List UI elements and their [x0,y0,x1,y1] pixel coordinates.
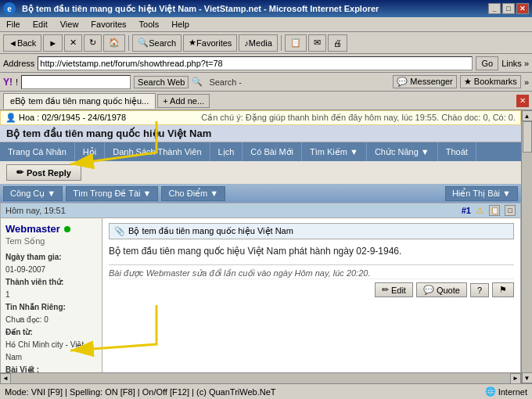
address-bar: Address Go Links » [0,54,532,73]
status-mode: Mode: VNI [F9] | Spelling: ON [F8] | On/… [5,387,479,397]
toolbar-tim-trong[interactable]: Tìm Trong Đề Tài ▼ [66,186,158,201]
tab-close-icon[interactable]: ✕ [516,95,529,107]
scroll-thumb[interactable] [523,121,532,153]
content-area: 👤 Hoa : 02/9/1945 - 24/6/1978 Cần chú ý:… [0,110,532,383]
report-button[interactable]: ⚑ [492,282,514,297]
vertical-scrollbar: ▲ ▼ [521,110,532,383]
menu-bar: File Edit View Favorites Tools Help [0,17,532,32]
minimize-button[interactable]: _ [488,3,501,14]
report-icon[interactable]: 📋 [489,205,500,216]
scroll-down-button[interactable]: ▼ [522,372,533,383]
pm-info: Tin Nhắn Riêng: Chưa đọc: 0 [5,301,97,326]
location: Đến từ: Hồ Chí Minh city - Việt Nam [5,326,97,364]
h-scroll-track[interactable] [11,373,510,383]
post-signature: Bài được Webmaster sửa đổi lần cuối vào … [109,264,514,279]
toolbar-cong-cu[interactable]: Công Cụ ▼ [3,186,63,201]
search-web-button[interactable]: Search Web [134,76,189,88]
post-title-box: 📎 Bộ tem đầu tiên mang quốc hiệu Việt Na… [109,223,514,239]
member-num: Thành viên thứ: 1 [5,276,97,301]
nav-bai-moi[interactable]: Có Bài Mới [243,142,302,161]
title-bar: e Bộ tem đầu tiên mang quốc hiệu Việt Na… [0,0,532,17]
scroll-left-button[interactable]: ◄ [0,373,11,384]
nav-tim-kiem[interactable]: Tìm Kiếm ▼ [302,142,367,161]
forward-button[interactable]: ► [43,34,63,52]
home-button[interactable]: 🏠 [103,34,125,52]
post-actions: ✏ Edit 💬 Quote ? ⚑ [109,279,514,297]
add-tab-button[interactable]: + Add ne... [157,94,210,108]
nav-hoi[interactable]: Hỏi [75,142,105,161]
active-tab[interactable]: e Bộ tem đầu tiên mang quốc hiệu... [3,93,156,109]
bookmarks-icon: ★ [464,77,472,86]
refresh-button[interactable]: ↻ [84,34,102,52]
close-button[interactable]: ✕ [516,3,529,14]
nav-trang-ca-nhan[interactable]: Trang Cá Nhân [0,142,75,161]
main-content: 👤 Hoa : 02/9/1945 - 24/6/1978 Cần chú ý:… [0,110,521,383]
nav-chuc-nang[interactable]: Chức Năng ▼ [367,142,438,161]
post-reply-top-area: ✏ Post Reply [0,161,521,184]
edit-button[interactable]: ✏ Edit [375,282,413,297]
bookmarks-button[interactable]: ★ Bookmarks [460,75,521,88]
search-button[interactable]: 🔍 Search [132,34,182,52]
address-label: Address [3,59,34,68]
yahoo-separator: ! [16,77,18,87]
menu-view[interactable]: View [57,19,82,30]
status-bar: Mode: VNI [F9] | Spelling: ON [F8] | On/… [0,383,532,399]
menu-tools[interactable]: Tools [136,19,163,30]
nav-danh-sach[interactable]: Danh Sách Thành Viên [105,142,210,161]
mail-button[interactable]: ✉ [308,34,326,52]
post-header-right: #1 ⚠ 📋 □ [462,205,516,216]
history-button[interactable]: 📋 [285,34,307,52]
toolbar-separator [128,35,129,51]
post-title-text: Bộ tem đầu tiên mang quốc hiệu Việt Nam [128,226,293,236]
stop-button[interactable]: ✕ [64,34,82,52]
menu-favorites[interactable]: Favorites [88,19,129,30]
user-title: Tem Sống [5,236,97,246]
user-avatar-small: 👤 [5,113,16,122]
post-content-area: 📎 Bộ tem đầu tiên mang quốc hiệu Việt Na… [102,218,520,372]
tab-label: Bộ tem đầu tiên mang quốc hiệu... [15,96,149,106]
menu-help[interactable]: Help [168,19,192,30]
links-button[interactable]: Links » [501,59,529,68]
bookmark-post-icon[interactable]: □ [505,205,516,216]
nav-lich[interactable]: Lịch [210,142,243,161]
media-button[interactable]: ♪ Media [239,34,277,52]
back-button[interactable]: ◄ Back [3,34,41,52]
post-time: Hôm nay, 19:51 [5,206,66,215]
post-title-icon: 📎 [114,226,125,236]
search-icon-small: 🔍 [192,77,203,87]
go-button[interactable]: Go [476,56,498,70]
quote-icon: 💬 [423,285,434,295]
more-actions-button[interactable]: ? [470,283,489,297]
print-button[interactable]: 🖨 [328,34,347,52]
back-arrow-icon: ◄ [9,38,17,48]
post-body: Webmaster Tem Sống Ngày tham gia: 01-09-… [1,217,520,372]
quote-button[interactable]: 💬 Quote [416,282,467,297]
maximize-button[interactable]: □ [502,3,515,14]
menu-edit[interactable]: Edit [30,19,51,30]
warning-icon: ⚠ [476,205,484,216]
forward-arrow-icon: ► [49,38,57,48]
scroll-up-button[interactable]: ▲ [522,110,533,121]
breadcrumb-date: Hoa : 02/9/1945 - 24/6/1978 [19,113,126,122]
toolbar-cho-diem[interactable]: Cho Điểm ▼ [161,186,225,201]
username-link[interactable]: Webmaster [5,223,60,235]
scroll-right-button[interactable]: ► [510,373,521,384]
favorites-button[interactable]: ★ Favorites [183,34,237,52]
window-controls: _ □ ✕ [488,3,529,14]
thread-toolbar: Công Cụ ▼ Tìm Trong Đề Tài ▼ Cho Điểm ▼ … [0,184,521,203]
scroll-track[interactable] [522,121,532,372]
search-input[interactable] [21,75,131,89]
address-input[interactable] [38,56,473,70]
zone-label: Internet [498,387,527,397]
yahoo-logo: Y! [3,77,13,88]
post-body-text: Bộ tem đầu tiên mang quốc hiệu Việt Nam … [109,244,514,258]
toolbar-extra-icon: » [524,77,529,87]
post-reply-top-button[interactable]: ✏ Post Reply [6,164,81,181]
messenger-button[interactable]: 💬 Messenger [393,75,456,88]
browser-toolbar: ◄ Back ► ✕ ↻ 🏠 🔍 Search ★ Favorites ♪ Me… [0,32,532,54]
menu-file[interactable]: File [3,19,23,30]
toolbar-hien-thi[interactable]: Hiển Thị Bài ▼ [445,186,518,201]
username-container: Webmaster [5,223,97,235]
nav-thoat[interactable]: Thoát [438,142,476,161]
browser-logo: e [3,2,16,15]
